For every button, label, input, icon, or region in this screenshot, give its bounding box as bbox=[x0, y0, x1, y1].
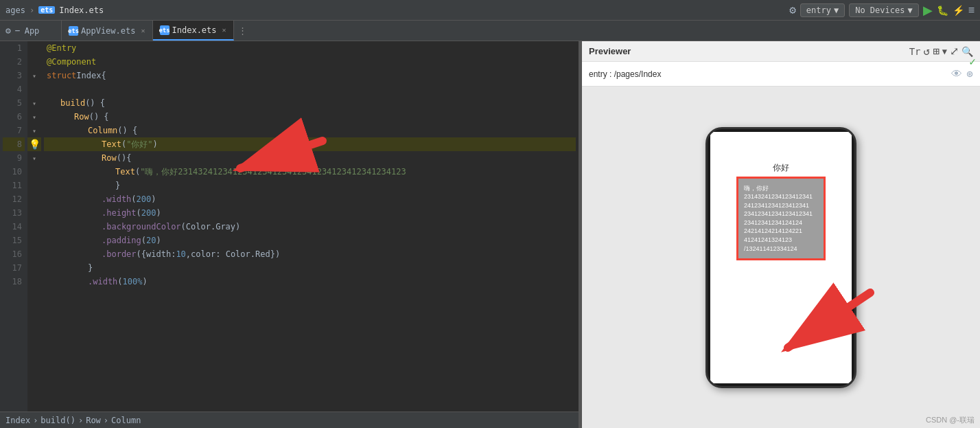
gutter-1 bbox=[27, 41, 41, 55]
line-num-6: 6 bbox=[3, 110, 25, 124]
sidebar-app-label: App bbox=[25, 26, 40, 36]
expand-icon[interactable]: ⤢ bbox=[950, 45, 959, 58]
app-content: 你好 嗨，你好 23143241234123412341 24123412341… bbox=[710, 132, 852, 261]
previewer-title: Previewer bbox=[589, 46, 631, 56]
line-num-3: 3 bbox=[3, 69, 25, 82]
line-num-5: 5 bbox=[3, 96, 25, 110]
line-num-17: 17 bbox=[3, 261, 25, 275]
code-line-1: @Entry bbox=[44, 41, 576, 55]
path-label: entry : /pages/Index bbox=[589, 69, 661, 79]
breadcrumb-file: Index.ets bbox=[59, 5, 104, 15]
gutter-10 bbox=[27, 165, 41, 179]
gutter-fold-9[interactable]: ▾ bbox=[27, 151, 41, 165]
line-num-1: 1 bbox=[3, 41, 25, 55]
breadcrumb-sep1: › bbox=[33, 416, 38, 425]
entry-label: entry bbox=[806, 5, 831, 15]
line-num-4: 4 bbox=[3, 82, 25, 96]
breadcrumb-row: Row bbox=[86, 416, 101, 425]
run-button[interactable]: ▶ bbox=[923, 3, 933, 18]
line-num-13: 13 bbox=[3, 206, 25, 220]
previewer-path-bar: entry : /pages/Index 👁 ⊛ bbox=[582, 62, 980, 87]
layout-dropdown-icon[interactable]: ▼ bbox=[942, 47, 947, 56]
gutter-2 bbox=[27, 55, 41, 69]
code-line-12: .width(200) bbox=[44, 192, 576, 206]
gray-content-box: 嗨，你好 23143241234123412341 24123412341234… bbox=[736, 177, 826, 261]
text-resize-icon[interactable]: Tr bbox=[909, 46, 921, 57]
line-num-9: 9 bbox=[3, 151, 25, 165]
breadcrumb-sep2: › bbox=[78, 416, 83, 425]
previewer-canvas: 你好 嗨，你好 23143241234123412341 24123412341… bbox=[582, 87, 980, 428]
entry-button[interactable]: entry ▼ bbox=[800, 3, 845, 17]
sidebar-section: ⚙ − App bbox=[0, 21, 62, 41]
tab-index-close[interactable]: ✕ bbox=[222, 26, 226, 34]
line-num-15: 15 bbox=[3, 234, 25, 247]
gutter-fold-6[interactable]: ▾ bbox=[27, 110, 41, 124]
tab-more-icon[interactable]: ⋮ bbox=[234, 25, 251, 36]
breadcrumb-sep1: › bbox=[30, 5, 34, 15]
tab-appview-label: AppView.ets bbox=[81, 26, 135, 36]
phone-mockup: 你好 嗨，你好 23143241234123412341 24123412341… bbox=[705, 127, 856, 388]
breadcrumb-sep3: › bbox=[104, 416, 108, 425]
more-button[interactable]: ≡ bbox=[968, 4, 975, 16]
gutter-4 bbox=[27, 82, 41, 96]
code-line-8: Text("你好") bbox=[44, 137, 576, 151]
line-num-7: 7 bbox=[3, 124, 25, 137]
breadcrumb-nav: ages › ets Index.ets bbox=[5, 5, 104, 15]
gutter-17 bbox=[27, 261, 41, 275]
previewer-header: Previewer Tr ↺ ⊞ ▼ ⤢ 🔍 bbox=[582, 41, 980, 62]
gutter-11 bbox=[27, 179, 41, 192]
tab-index-icon: ets bbox=[160, 25, 170, 35]
code-line-11: } bbox=[44, 179, 576, 192]
code-line-5: build() { bbox=[44, 96, 576, 110]
gutter-fold-7[interactable]: ▾ bbox=[27, 124, 41, 137]
line-num-11: 11 bbox=[3, 179, 25, 192]
no-devices-dropdown-icon: ▼ bbox=[907, 5, 912, 15]
refresh-icon[interactable]: ↺ bbox=[923, 45, 930, 58]
top-bar: ages › ets Index.ets ⚙ entry ▼ No Device… bbox=[0, 0, 980, 21]
gutter-16 bbox=[27, 247, 41, 261]
tab-appview-close[interactable]: ✕ bbox=[141, 27, 145, 34]
code-line-15: .padding(20) bbox=[44, 234, 576, 247]
no-devices-button[interactable]: No Devices ▼ bbox=[849, 3, 918, 17]
tab-index-label: Index.ets bbox=[172, 25, 217, 35]
layers-icon[interactable]: ⊛ bbox=[966, 67, 973, 80]
code-line-16: .border({width: 10,color: Color.Red}) bbox=[44, 247, 576, 261]
phone-screen: 你好 嗨，你好 23143241234123412341 24123412341… bbox=[710, 132, 852, 383]
gutter: ▾ ▾ ▾ ▾ 💡 ▾ bbox=[27, 41, 41, 412]
tab-index[interactable]: ets Index.ets ✕ bbox=[153, 21, 234, 41]
breadcrumb-pages: ages bbox=[5, 5, 25, 15]
main-content: 1 2 3 4 5 6 7 8 9 10 11 12 13 14 15 16 1… bbox=[0, 41, 980, 428]
tab-bar: ⚙ − App ets AppView.ets ✕ ets Index.ets … bbox=[0, 21, 980, 41]
line-num-12: 12 bbox=[3, 192, 25, 206]
breadcrumb-file-icon: ets bbox=[38, 6, 55, 14]
breadcrumb-column: Column bbox=[111, 416, 141, 425]
debug-button[interactable]: 🐛 bbox=[937, 5, 948, 16]
minus-icon[interactable]: − bbox=[15, 25, 21, 36]
code-line-3: struct Index { bbox=[44, 69, 576, 82]
settings-icon[interactable]: ⚙ bbox=[5, 25, 11, 36]
tab-appview[interactable]: ets AppView.ets ✕ bbox=[62, 21, 153, 41]
watermark: CSDN @-联瑞 bbox=[926, 415, 975, 425]
gutter-14 bbox=[27, 220, 41, 234]
gear-icon[interactable]: ⚙ bbox=[789, 3, 796, 16]
gutter-12 bbox=[27, 192, 41, 206]
line-num-18: 18 bbox=[3, 275, 25, 289]
profile-button[interactable]: ⚡ bbox=[953, 5, 964, 16]
code-line-18: .width(100%) bbox=[44, 275, 576, 289]
tab-appview-icon: ets bbox=[69, 26, 78, 36]
code-line-7: Column() { bbox=[44, 124, 576, 137]
code-line-4 bbox=[44, 82, 576, 96]
code-line-6: Row() { bbox=[44, 110, 576, 124]
gutter-bulb-8[interactable]: 💡 bbox=[27, 137, 41, 151]
editor-area: 1 2 3 4 5 6 7 8 9 10 11 12 13 14 15 16 1… bbox=[0, 41, 579, 428]
breadcrumb-index: Index bbox=[5, 416, 30, 425]
gutter-fold-3[interactable]: ▾ bbox=[27, 69, 41, 82]
layout-grid-icon[interactable]: ⊞ bbox=[933, 45, 940, 58]
eye-icon[interactable]: 👁 bbox=[951, 67, 962, 80]
previewer-toolbar: Tr ↺ ⊞ ▼ ⤢ 🔍 bbox=[909, 45, 973, 58]
line-num-10: 10 bbox=[3, 165, 25, 179]
code-editor[interactable]: @Entry @Component struct Index { build()… bbox=[41, 41, 579, 412]
gutter-fold-5[interactable]: ▾ bbox=[27, 96, 41, 110]
code-line-17: } bbox=[44, 261, 576, 275]
phone-side-button bbox=[855, 184, 856, 212]
